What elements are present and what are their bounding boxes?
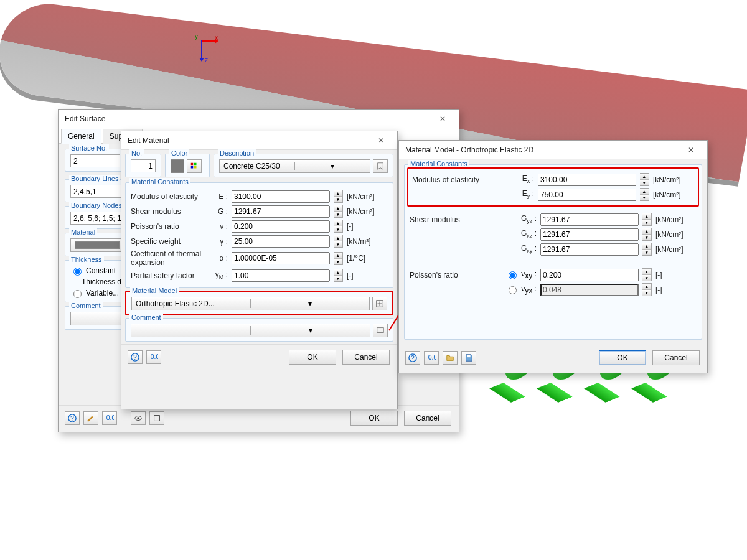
- ex-input[interactable]: [538, 174, 636, 186]
- edit-surface-titlebar[interactable]: Edit Surface ✕: [59, 110, 459, 128]
- nuyx-input: [540, 284, 639, 296]
- nuxy-input[interactable]: [540, 269, 639, 281]
- save-icon[interactable]: [461, 351, 476, 365]
- spinner-icon[interactable]: ▴▾: [642, 228, 652, 241]
- boundary-lines-label: Boundary Lines: [69, 175, 120, 182]
- material-desc-label: Description: [218, 149, 256, 157]
- svg-text:?: ?: [70, 414, 74, 422]
- svg-rect-9: [194, 166, 197, 169]
- material-desc-combo[interactable]: Concrete C25/30▾: [219, 159, 370, 173]
- nu-input[interactable]: [232, 220, 330, 233]
- gammaM-input[interactable]: [232, 269, 330, 282]
- svg-text:0.00: 0.00: [151, 353, 158, 360]
- e-label: Modulus of elasticity: [131, 192, 203, 201]
- open-icon[interactable]: [443, 351, 458, 365]
- library-icon[interactable]: [373, 159, 388, 173]
- alpha-label: Coefficient of thermal expansion: [131, 250, 203, 267]
- spinner-icon[interactable]: ▴▾: [642, 213, 652, 226]
- svg-text:?: ?: [411, 354, 415, 362]
- material-model-label: Material Model: [130, 287, 179, 294]
- help-icon[interactable]: ?: [128, 350, 143, 364]
- spinner-icon[interactable]: ▴▾: [642, 268, 652, 281]
- g-label: Shear modulus: [131, 207, 203, 216]
- surface-no-input[interactable]: [70, 154, 120, 167]
- edit-surface-title: Edit Surface: [65, 114, 430, 123]
- help-icon[interactable]: ?: [405, 351, 420, 365]
- spinner-icon[interactable]: ▴▾: [642, 243, 652, 256]
- material-no-label: No.: [129, 149, 144, 157]
- gyz-input[interactable]: [540, 213, 639, 226]
- ey-input[interactable]: [538, 189, 636, 201]
- material-color-swatch: [171, 159, 184, 173]
- ortho-ok-button[interactable]: OK: [599, 350, 646, 365]
- e-input[interactable]: [232, 190, 330, 203]
- surface-comment-label: Comment: [69, 302, 103, 309]
- spinner-icon[interactable]: ▴▾: [334, 190, 343, 203]
- spinner-icon[interactable]: ▴▾: [640, 188, 649, 201]
- gxy-input[interactable]: [540, 243, 639, 256]
- close-icon[interactable]: ✕: [369, 133, 393, 149]
- spinner-icon[interactable]: ▴▾: [334, 269, 343, 282]
- nuxy-radio[interactable]: νxy :: [505, 269, 537, 280]
- comment-pick-icon[interactable]: [373, 324, 388, 337]
- thickness-d-label: Thickness d:: [82, 278, 123, 286]
- svg-rect-7: [194, 163, 197, 166]
- orthotropic-titlebar[interactable]: Material Model - Orthotropic Elastic 2D …: [399, 141, 707, 159]
- material-model-edit-icon[interactable]: [372, 297, 387, 310]
- gamma-label: Specific weight: [131, 237, 203, 246]
- material-comment-label: Comment: [129, 314, 163, 321]
- spinner-icon[interactable]: ▴▾: [640, 173, 649, 186]
- material-no-input[interactable]: [131, 159, 156, 172]
- thickness-group-label: Thickness: [69, 256, 104, 263]
- units-icon[interactable]: 0.00: [424, 351, 439, 365]
- alpha-input[interactable]: [232, 252, 330, 264]
- spinner-icon[interactable]: ▴▾: [334, 205, 343, 218]
- help-icon[interactable]: ?: [65, 411, 80, 425]
- spinner-icon[interactable]: ▴▾: [334, 235, 343, 248]
- boundary-nodes-label: Boundary Nodes: [69, 202, 124, 209]
- material-model-combo[interactable]: Orthotropic Elastic 2D...▾: [131, 297, 370, 310]
- close-icon[interactable]: ✕: [679, 142, 703, 158]
- gamma-input[interactable]: [232, 235, 330, 248]
- spinner-icon[interactable]: ▴▾: [642, 283, 652, 296]
- svg-text:0.00: 0.00: [106, 414, 114, 421]
- material-comment-combo[interactable]: ▾: [131, 324, 370, 337]
- ortho-e-label: Modulus of elasticity: [412, 175, 509, 184]
- material-color-label: Color: [169, 149, 189, 157]
- eye-icon[interactable]: [131, 411, 146, 425]
- spinner-icon[interactable]: ▴▾: [334, 252, 343, 265]
- edit-icon[interactable]: [83, 411, 98, 425]
- material-group-label: Material: [69, 228, 97, 236]
- svg-rect-18: [467, 355, 470, 358]
- svg-point-4: [137, 417, 139, 419]
- nuyx-radio[interactable]: νyx :: [505, 284, 537, 295]
- g-input[interactable]: [232, 205, 330, 218]
- svg-rect-6: [191, 163, 194, 166]
- svg-rect-11: [377, 328, 384, 333]
- gxz-input[interactable]: [540, 228, 639, 241]
- gammaM-label: Partial safety factor: [131, 271, 203, 280]
- render-icon[interactable]: [149, 411, 164, 425]
- close-icon[interactable]: ✕: [430, 111, 455, 127]
- color-picker-icon[interactable]: [187, 159, 202, 173]
- surface-cancel-button[interactable]: Cancel: [404, 411, 451, 426]
- ortho-nu-label: Poisson's ratio: [410, 271, 502, 279]
- svg-text:?: ?: [133, 353, 137, 361]
- material-cancel-button[interactable]: Cancel: [342, 350, 390, 365]
- spinner-icon[interactable]: ▴▾: [334, 220, 343, 233]
- units-icon[interactable]: 0.00: [146, 350, 161, 364]
- material-constants-label: Material Constants: [129, 178, 190, 185]
- nu-label: Poisson's ratio: [131, 222, 203, 231]
- material-ok-button[interactable]: OK: [289, 350, 336, 365]
- tab-general[interactable]: General: [61, 129, 101, 144]
- surface-ok-button[interactable]: OK: [350, 411, 398, 426]
- orthotropic-dialog: Material Model - Orthotropic Elastic 2D …: [398, 140, 708, 373]
- surface-no-label: Surface No.: [69, 144, 109, 152]
- edit-material-titlebar[interactable]: Edit Material ✕: [121, 131, 397, 150]
- ortho-constants-label: Material Constants: [408, 160, 469, 167]
- svg-rect-5: [154, 416, 160, 421]
- ortho-cancel-button[interactable]: Cancel: [652, 350, 700, 365]
- svg-text:0.00: 0.00: [428, 353, 436, 361]
- units-icon[interactable]: 0.00: [102, 411, 117, 425]
- orthotropic-title: Material Model - Orthotropic Elastic 2D: [405, 146, 679, 154]
